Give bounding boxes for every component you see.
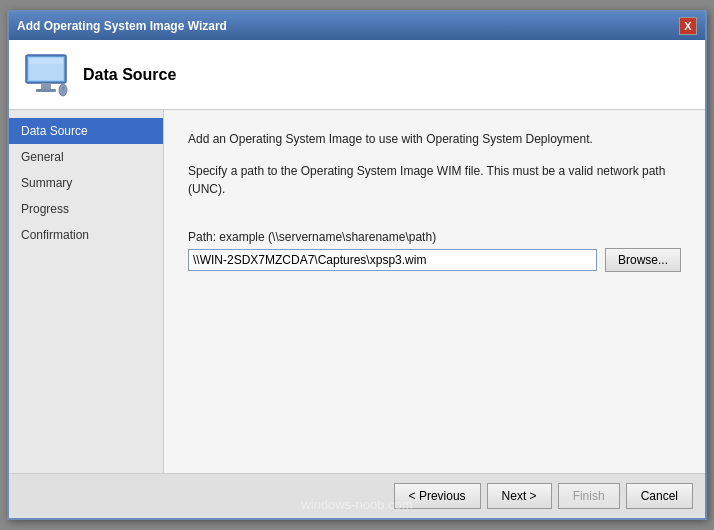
path-label: Path: example (\\servername\sharename\pa… bbox=[188, 230, 681, 244]
wizard-footer: < Previous Next > Finish Cancel bbox=[9, 473, 705, 518]
svg-rect-3 bbox=[29, 58, 63, 64]
content-area: Data Source General Summary Progress Con… bbox=[9, 110, 705, 473]
browse-button[interactable]: Browse... bbox=[605, 248, 681, 272]
header-title: Data Source bbox=[83, 66, 176, 84]
svg-rect-4 bbox=[41, 83, 51, 89]
path-row: Browse... bbox=[188, 248, 681, 272]
wizard-window: Add Operating System Image Wizard X Data… bbox=[7, 10, 707, 520]
next-button[interactable]: Next > bbox=[487, 483, 552, 509]
main-content: Add an Operating System Image to use wit… bbox=[164, 110, 705, 473]
previous-button[interactable]: < Previous bbox=[394, 483, 481, 509]
title-bar: Add Operating System Image Wizard X bbox=[9, 12, 705, 40]
finish-button[interactable]: Finish bbox=[558, 483, 620, 509]
description-paragraph1: Add an Operating System Image to use wit… bbox=[188, 130, 681, 148]
wizard-header: Data Source bbox=[9, 40, 705, 110]
sidebar-item-confirmation[interactable]: Confirmation bbox=[9, 222, 163, 248]
computer-icon bbox=[21, 50, 71, 100]
window-title: Add Operating System Image Wizard bbox=[17, 19, 227, 33]
close-button[interactable]: X bbox=[679, 17, 697, 35]
svg-rect-5 bbox=[36, 89, 56, 92]
description-paragraph2: Specify a path to the Operating System I… bbox=[188, 162, 681, 198]
sidebar-item-data-source[interactable]: Data Source bbox=[9, 118, 163, 144]
sidebar: Data Source General Summary Progress Con… bbox=[9, 110, 164, 473]
sidebar-item-progress[interactable]: Progress bbox=[9, 196, 163, 222]
path-input[interactable] bbox=[188, 249, 597, 271]
sidebar-item-general[interactable]: General bbox=[9, 144, 163, 170]
sidebar-item-summary[interactable]: Summary bbox=[9, 170, 163, 196]
cancel-button[interactable]: Cancel bbox=[626, 483, 693, 509]
